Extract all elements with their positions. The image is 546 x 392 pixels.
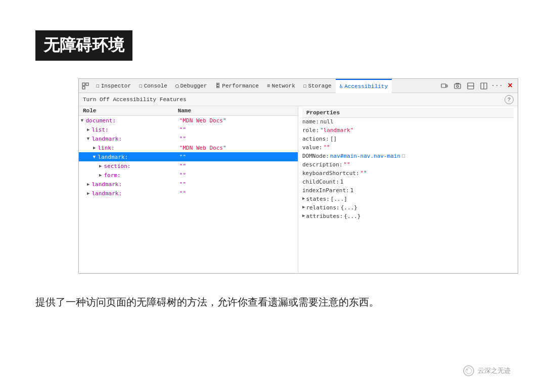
storage-icon: ☐ bbox=[303, 82, 307, 89]
tree-row[interactable]: ▶ link: "MDN Web Docs" bbox=[79, 143, 298, 152]
name-cell: "MDN Web Docs" bbox=[177, 145, 298, 151]
tab-storage[interactable]: ☐ Storage bbox=[299, 79, 336, 93]
expand-arrow: ▶ bbox=[87, 182, 89, 187]
name-cell: "" bbox=[177, 136, 298, 142]
name-value: "" bbox=[179, 190, 186, 197]
footer-watermark: 云深之无迹 bbox=[463, 365, 511, 377]
more-options-button[interactable]: ··· bbox=[491, 80, 503, 92]
prop-row-description: description: "" bbox=[302, 161, 514, 169]
description-text: 提供了一种访问页面的无障碍树的方法，允许你查看遗漏或需要注意的东西。 bbox=[35, 296, 379, 308]
svg-rect-2 bbox=[82, 86, 85, 89]
role-text: section: bbox=[104, 163, 130, 169]
tab-debugger[interactable]: ◯ Debugger bbox=[171, 79, 211, 93]
role-text: link: bbox=[98, 145, 114, 151]
screenshot-button[interactable] bbox=[452, 80, 463, 92]
role-text: document: bbox=[85, 117, 116, 124]
role-text: form: bbox=[104, 172, 120, 179]
tab-inspector[interactable]: ☐ Inspector bbox=[92, 79, 135, 93]
expand-arrow: ▶ bbox=[87, 127, 89, 133]
name-value: "MDN Web Docs" bbox=[179, 145, 226, 151]
role-text: landmark: bbox=[92, 190, 122, 197]
name-value: "" bbox=[179, 172, 186, 179]
tab-performance[interactable]: 🎛 Performance bbox=[211, 79, 263, 93]
prop-row-role: role: "landmark" bbox=[302, 126, 514, 135]
role-text: landmark: bbox=[98, 154, 128, 160]
performance-icon: 🎛 bbox=[215, 82, 220, 89]
inspector-icon: ☐ bbox=[96, 82, 100, 89]
props-header: Properties bbox=[302, 108, 514, 118]
help-button[interactable]: ? bbox=[505, 95, 514, 104]
expand-arrow: ▶ bbox=[79, 119, 85, 121]
name-value: "" bbox=[179, 181, 186, 188]
prop-row-name: name: null bbox=[302, 118, 514, 126]
name-value: "MDN Web Docs" bbox=[179, 117, 226, 124]
expand-arrow: ▶ bbox=[99, 163, 102, 169]
tree-row[interactable]: ▶ section: "" bbox=[79, 161, 298, 170]
tree-row[interactable]: ▶ landmark: "" bbox=[79, 189, 298, 198]
role-text: list: bbox=[92, 126, 108, 133]
tree-row[interactable]: ▶ document: "MDN Web Docs" bbox=[79, 116, 298, 125]
tab-accessibility[interactable]: ♿ Accessibility bbox=[336, 79, 392, 93]
name-value: "" bbox=[179, 154, 186, 160]
relations-expand-arrow: ▶ bbox=[302, 204, 305, 209]
prop-row-attributes[interactable]: ▶ attributes: {...} bbox=[302, 212, 514, 221]
role-text: landmark: bbox=[92, 181, 122, 188]
role-cell: ▶ landmark: bbox=[79, 136, 177, 142]
svg-rect-5 bbox=[454, 84, 461, 89]
prop-row-domnode: DOMNode: nav#main-nav.nav-main ⬚ bbox=[302, 152, 514, 161]
name-cell: "" bbox=[177, 181, 298, 188]
tab-network[interactable]: ≡ Network bbox=[263, 79, 299, 93]
states-expand-arrow: ▶ bbox=[302, 196, 305, 201]
svg-rect-1 bbox=[86, 83, 88, 85]
props-panel: Properties name: null role: "landmark" a… bbox=[298, 106, 518, 273]
prop-row-relations[interactable]: ▶ relations: {...} bbox=[302, 204, 514, 212]
devtools-left-icon bbox=[81, 81, 90, 91]
role-column-header: Role bbox=[83, 108, 178, 114]
attributes-expand-arrow: ▶ bbox=[302, 213, 305, 218]
name-value: "" bbox=[179, 163, 186, 169]
devtools-panel: ☐ Inspector ☐ Console ◯ Debugger 🎛 Perfo… bbox=[78, 78, 518, 274]
role-cell: ▶ landmark: bbox=[79, 190, 177, 197]
watermark-text: 云深之无迹 bbox=[478, 366, 511, 375]
tree-row-selected[interactable]: ▶ landmark: "" bbox=[79, 152, 298, 161]
responsive-design-button[interactable] bbox=[439, 80, 450, 92]
expand-arrow: ▶ bbox=[99, 172, 102, 178]
expand-arrow: ▶ bbox=[85, 137, 91, 140]
role-cell: ▶ form: bbox=[79, 172, 177, 179]
watermark-icon bbox=[463, 365, 475, 377]
expand-arrow: ▶ bbox=[93, 145, 96, 151]
tree-row[interactable]: ▶ list: "" bbox=[79, 125, 298, 134]
tree-row[interactable]: ▶ landmark: "" bbox=[79, 180, 298, 189]
prop-row-states[interactable]: ▶ states: [...] bbox=[302, 195, 514, 204]
svg-rect-0 bbox=[82, 83, 85, 85]
network-icon: ≡ bbox=[267, 83, 270, 89]
close-button[interactable]: × bbox=[505, 80, 516, 92]
name-cell: "" bbox=[177, 154, 298, 160]
name-cell: "" bbox=[177, 190, 298, 197]
prop-row-value: value: "" bbox=[302, 144, 514, 152]
devtools-toolbar: ☐ Inspector ☐ Console ◯ Debugger 🎛 Perfo… bbox=[79, 79, 518, 93]
tree-header: Role Name bbox=[79, 106, 298, 116]
svg-point-13 bbox=[467, 369, 468, 371]
dock-button[interactable] bbox=[465, 80, 476, 92]
tree-row[interactable]: ▶ landmark: "" bbox=[79, 134, 298, 143]
prop-row-actions: actions: [] bbox=[302, 135, 514, 144]
role-cell: ▶ landmark: bbox=[79, 154, 177, 160]
prop-row-keyboard: keyboardShortcut: "" bbox=[302, 169, 514, 178]
description-block: 提供了一种访问页面的无障碍树的方法，允许你查看遗漏或需要注意的东西。 bbox=[35, 293, 511, 311]
split-button[interactable] bbox=[478, 80, 489, 92]
devtools-main: Role Name ▶ document: "MDN Web Docs" bbox=[79, 106, 518, 273]
tree-row[interactable]: ▶ form: "" bbox=[79, 170, 298, 180]
name-cell: "" bbox=[177, 172, 298, 179]
name-cell: "" bbox=[177, 163, 298, 169]
dom-node-link[interactable]: nav#main-nav.nav-main bbox=[330, 153, 400, 159]
accessibility-icon: ♿ bbox=[340, 83, 343, 90]
tab-console[interactable]: ☐ Console bbox=[135, 79, 171, 93]
role-cell: ▶ document: bbox=[79, 117, 177, 124]
debugger-icon: ◯ bbox=[175, 82, 179, 89]
name-cell: "" bbox=[177, 126, 298, 133]
turn-off-accessibility-button[interactable]: Turn Off Accessibility Features bbox=[83, 97, 187, 103]
expand-arrow: ▶ bbox=[92, 155, 97, 158]
prop-row-childcount: childCount: 1 bbox=[302, 178, 514, 187]
role-cell: ▶ section: bbox=[79, 163, 177, 169]
